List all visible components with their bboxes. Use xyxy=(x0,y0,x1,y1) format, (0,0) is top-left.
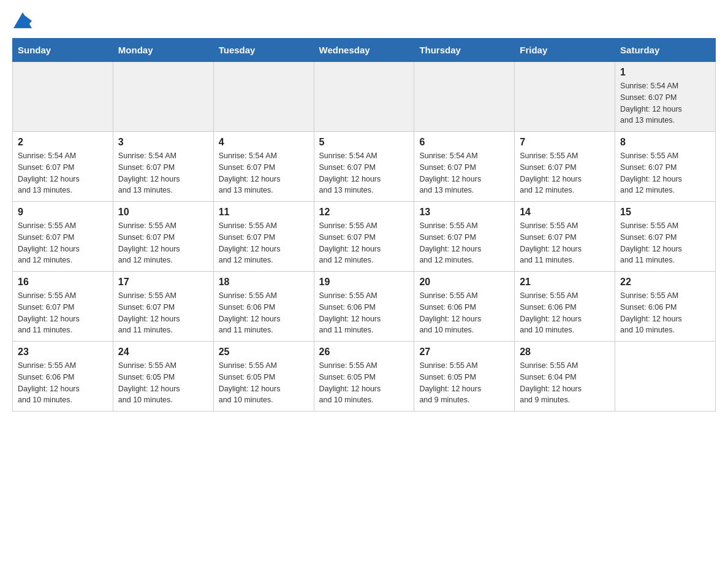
calendar-cell: 7Sunrise: 5:55 AM Sunset: 6:07 PM Daylig… xyxy=(515,132,615,202)
day-number: 10 xyxy=(118,207,208,218)
day-number: 28 xyxy=(520,347,610,358)
day-info: Sunrise: 5:55 AM Sunset: 6:06 PM Dayligh… xyxy=(219,290,309,336)
day-info: Sunrise: 5:54 AM Sunset: 6:07 PM Dayligh… xyxy=(18,150,108,196)
calendar-header-saturday: Saturday xyxy=(615,39,716,62)
calendar-header-friday: Friday xyxy=(515,39,615,62)
calendar-cell xyxy=(615,342,716,412)
day-info: Sunrise: 5:55 AM Sunset: 6:07 PM Dayligh… xyxy=(219,220,309,266)
calendar-cell: 8Sunrise: 5:55 AM Sunset: 6:07 PM Daylig… xyxy=(615,132,716,202)
day-info: Sunrise: 5:55 AM Sunset: 6:06 PM Dayligh… xyxy=(319,290,409,336)
calendar-cell xyxy=(314,62,414,132)
calendar-header-monday: Monday xyxy=(113,39,213,62)
calendar-header-sunday: Sunday xyxy=(13,39,113,62)
calendar-cell: 27Sunrise: 5:55 AM Sunset: 6:05 PM Dayli… xyxy=(414,342,515,412)
day-info: Sunrise: 5:55 AM Sunset: 6:07 PM Dayligh… xyxy=(620,150,710,196)
day-info: Sunrise: 5:55 AM Sunset: 6:05 PM Dayligh… xyxy=(219,360,309,406)
day-info: Sunrise: 5:55 AM Sunset: 6:07 PM Dayligh… xyxy=(520,220,610,266)
day-info: Sunrise: 5:55 AM Sunset: 6:07 PM Dayligh… xyxy=(18,290,108,336)
calendar-cell: 14Sunrise: 5:55 AM Sunset: 6:07 PM Dayli… xyxy=(515,202,615,272)
day-number: 2 xyxy=(18,137,108,148)
day-info: Sunrise: 5:55 AM Sunset: 6:07 PM Dayligh… xyxy=(620,220,710,266)
calendar-cell xyxy=(515,62,615,132)
calendar-cell xyxy=(113,62,213,132)
calendar-cell: 9Sunrise: 5:55 AM Sunset: 6:07 PM Daylig… xyxy=(13,202,113,272)
calendar-table: SundayMondayTuesdayWednesdayThursdayFrid… xyxy=(12,38,716,412)
calendar-cell: 11Sunrise: 5:55 AM Sunset: 6:07 PM Dayli… xyxy=(213,202,314,272)
calendar-week-row: 1Sunrise: 5:54 AM Sunset: 6:07 PM Daylig… xyxy=(13,62,716,132)
day-number: 6 xyxy=(419,137,509,148)
day-number: 14 xyxy=(520,207,610,218)
day-number: 1 xyxy=(620,67,710,78)
calendar-cell: 6Sunrise: 5:54 AM Sunset: 6:07 PM Daylig… xyxy=(414,132,515,202)
day-number: 21 xyxy=(520,277,610,288)
calendar-cell xyxy=(414,62,515,132)
day-info: Sunrise: 5:55 AM Sunset: 6:06 PM Dayligh… xyxy=(419,290,509,336)
day-info: Sunrise: 5:55 AM Sunset: 6:07 PM Dayligh… xyxy=(118,220,208,266)
calendar-cell: 5Sunrise: 5:54 AM Sunset: 6:07 PM Daylig… xyxy=(314,132,414,202)
day-number: 24 xyxy=(118,347,208,358)
calendar-week-row: 23Sunrise: 5:55 AM Sunset: 6:06 PM Dayli… xyxy=(13,342,716,412)
calendar-header-row: SundayMondayTuesdayWednesdayThursdayFrid… xyxy=(13,39,716,62)
day-number: 12 xyxy=(319,207,409,218)
day-info: Sunrise: 5:55 AM Sunset: 6:06 PM Dayligh… xyxy=(620,290,710,336)
day-info: Sunrise: 5:54 AM Sunset: 6:07 PM Dayligh… xyxy=(419,150,509,196)
day-number: 3 xyxy=(118,137,208,148)
day-info: Sunrise: 5:55 AM Sunset: 6:05 PM Dayligh… xyxy=(118,360,208,406)
day-number: 27 xyxy=(419,347,509,358)
calendar-cell: 10Sunrise: 5:55 AM Sunset: 6:07 PM Dayli… xyxy=(113,202,213,272)
logo xyxy=(12,12,33,32)
day-info: Sunrise: 5:55 AM Sunset: 6:07 PM Dayligh… xyxy=(419,220,509,266)
day-number: 23 xyxy=(18,347,108,358)
calendar-week-row: 16Sunrise: 5:55 AM Sunset: 6:07 PM Dayli… xyxy=(13,272,716,342)
day-info: Sunrise: 5:55 AM Sunset: 6:07 PM Dayligh… xyxy=(118,290,208,336)
calendar-cell: 25Sunrise: 5:55 AM Sunset: 6:05 PM Dayli… xyxy=(213,342,314,412)
day-number: 19 xyxy=(319,277,409,288)
day-number: 4 xyxy=(219,137,309,148)
calendar-cell: 20Sunrise: 5:55 AM Sunset: 6:06 PM Dayli… xyxy=(414,272,515,342)
calendar-cell xyxy=(213,62,314,132)
calendar-cell: 16Sunrise: 5:55 AM Sunset: 6:07 PM Dayli… xyxy=(13,272,113,342)
day-info: Sunrise: 5:54 AM Sunset: 6:07 PM Dayligh… xyxy=(219,150,309,196)
calendar-cell: 19Sunrise: 5:55 AM Sunset: 6:06 PM Dayli… xyxy=(314,272,414,342)
day-number: 15 xyxy=(620,207,710,218)
day-info: Sunrise: 5:55 AM Sunset: 6:04 PM Dayligh… xyxy=(520,360,610,406)
day-number: 5 xyxy=(319,137,409,148)
day-number: 16 xyxy=(18,277,108,288)
day-number: 18 xyxy=(219,277,309,288)
calendar-cell: 28Sunrise: 5:55 AM Sunset: 6:04 PM Dayli… xyxy=(515,342,615,412)
day-info: Sunrise: 5:55 AM Sunset: 6:05 PM Dayligh… xyxy=(419,360,509,406)
day-number: 22 xyxy=(620,277,710,288)
day-number: 8 xyxy=(620,137,710,148)
calendar-header-thursday: Thursday xyxy=(414,39,515,62)
logo-icon xyxy=(13,12,32,28)
day-number: 11 xyxy=(219,207,309,218)
day-info: Sunrise: 5:55 AM Sunset: 6:07 PM Dayligh… xyxy=(520,150,610,196)
day-info: Sunrise: 5:55 AM Sunset: 6:07 PM Dayligh… xyxy=(319,220,409,266)
calendar-header-tuesday: Tuesday xyxy=(213,39,314,62)
calendar-cell: 4Sunrise: 5:54 AM Sunset: 6:07 PM Daylig… xyxy=(213,132,314,202)
day-number: 17 xyxy=(118,277,208,288)
day-info: Sunrise: 5:54 AM Sunset: 6:07 PM Dayligh… xyxy=(319,150,409,196)
calendar-week-row: 9Sunrise: 5:55 AM Sunset: 6:07 PM Daylig… xyxy=(13,202,716,272)
day-info: Sunrise: 5:54 AM Sunset: 6:07 PM Dayligh… xyxy=(118,150,208,196)
day-number: 7 xyxy=(520,137,610,148)
calendar-cell: 2Sunrise: 5:54 AM Sunset: 6:07 PM Daylig… xyxy=(13,132,113,202)
calendar-cell: 18Sunrise: 5:55 AM Sunset: 6:06 PM Dayli… xyxy=(213,272,314,342)
calendar-header-wednesday: Wednesday xyxy=(314,39,414,62)
calendar-cell: 13Sunrise: 5:55 AM Sunset: 6:07 PM Dayli… xyxy=(414,202,515,272)
day-info: Sunrise: 5:54 AM Sunset: 6:07 PM Dayligh… xyxy=(620,80,710,126)
calendar-week-row: 2Sunrise: 5:54 AM Sunset: 6:07 PM Daylig… xyxy=(13,132,716,202)
calendar-cell: 17Sunrise: 5:55 AM Sunset: 6:07 PM Dayli… xyxy=(113,272,213,342)
calendar-cell: 23Sunrise: 5:55 AM Sunset: 6:06 PM Dayli… xyxy=(13,342,113,412)
header xyxy=(12,12,716,32)
calendar-cell: 12Sunrise: 5:55 AM Sunset: 6:07 PM Dayli… xyxy=(314,202,414,272)
day-info: Sunrise: 5:55 AM Sunset: 6:07 PM Dayligh… xyxy=(18,220,108,266)
calendar-cell: 22Sunrise: 5:55 AM Sunset: 6:06 PM Dayli… xyxy=(615,272,716,342)
calendar-cell: 1Sunrise: 5:54 AM Sunset: 6:07 PM Daylig… xyxy=(615,62,716,132)
day-info: Sunrise: 5:55 AM Sunset: 6:06 PM Dayligh… xyxy=(18,360,108,406)
calendar-cell xyxy=(13,62,113,132)
day-number: 13 xyxy=(419,207,509,218)
day-number: 25 xyxy=(219,347,309,358)
calendar-cell: 3Sunrise: 5:54 AM Sunset: 6:07 PM Daylig… xyxy=(113,132,213,202)
day-info: Sunrise: 5:55 AM Sunset: 6:06 PM Dayligh… xyxy=(520,290,610,336)
